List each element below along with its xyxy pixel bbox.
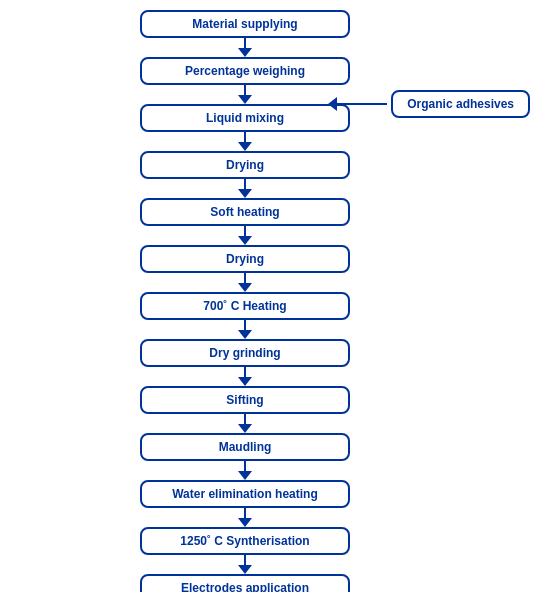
1250-synthesisation-box: 1250˚ C Syntherisation xyxy=(140,527,350,555)
arrow-line xyxy=(244,132,246,142)
arrow-line xyxy=(244,461,246,471)
arrow-line xyxy=(244,414,246,424)
organic-adhesives-box: Organic adhesives xyxy=(391,90,530,118)
arrow-line xyxy=(244,226,246,236)
arrow-left-icon xyxy=(328,97,337,111)
drying-2-box: Drying xyxy=(140,245,350,273)
arrow-down-icon xyxy=(238,189,252,198)
arrow-4 xyxy=(238,179,252,198)
horizontal-arrow xyxy=(328,97,387,111)
arrow-12 xyxy=(238,555,252,574)
arrow-3 xyxy=(238,132,252,151)
dry-grinding-box: Dry grinding xyxy=(140,339,350,367)
horizontal-line xyxy=(337,103,387,105)
arrow-line xyxy=(244,273,246,283)
arrow-line xyxy=(244,508,246,518)
drying-1-box: Drying xyxy=(140,151,350,179)
arrow-line xyxy=(244,85,246,95)
700-heating-box: 700˚ C Heating xyxy=(140,292,350,320)
flow-column: Material supplyingPercentage weighingLiq… xyxy=(130,10,360,592)
water-elimination-box: Water elimination heating xyxy=(140,480,350,508)
electrodes-application-box: Electrodes application xyxy=(140,574,350,592)
arrow-9 xyxy=(238,414,252,433)
arrow-down-icon xyxy=(238,330,252,339)
arrow-down-icon xyxy=(238,377,252,386)
arrow-11 xyxy=(238,508,252,527)
arrow-6 xyxy=(238,273,252,292)
arrow-down-icon xyxy=(238,471,252,480)
arrow-down-icon xyxy=(238,236,252,245)
arrow-down-icon xyxy=(238,518,252,527)
liquid-mixing-box: Liquid mixing xyxy=(140,104,350,132)
material-supplying-box: Material supplying xyxy=(140,10,350,38)
arrow-down-icon xyxy=(238,283,252,292)
arrow-down-icon xyxy=(238,48,252,57)
arrow-7 xyxy=(238,320,252,339)
arrow-8 xyxy=(238,367,252,386)
arrow-1 xyxy=(238,38,252,57)
arrow-down-icon xyxy=(238,142,252,151)
percentage-weighing-box: Percentage weighing xyxy=(140,57,350,85)
side-box-container: Organic adhesives xyxy=(328,90,530,118)
arrow-line xyxy=(244,38,246,48)
maudling-box: Maudling xyxy=(140,433,350,461)
arrow-down-icon xyxy=(238,565,252,574)
diagram: Material supplyingPercentage weighingLiq… xyxy=(0,0,550,592)
sifting-box: Sifting xyxy=(140,386,350,414)
organic-adhesives-label: Organic adhesives xyxy=(407,97,514,111)
arrow-10 xyxy=(238,461,252,480)
arrow-5 xyxy=(238,226,252,245)
arrow-2 xyxy=(238,85,252,104)
arrow-line xyxy=(244,179,246,189)
arrow-line xyxy=(244,320,246,330)
arrow-down-icon xyxy=(238,424,252,433)
soft-heating-box: Soft heating xyxy=(140,198,350,226)
arrow-line xyxy=(244,367,246,377)
arrow-line xyxy=(244,555,246,565)
arrow-down-icon xyxy=(238,95,252,104)
